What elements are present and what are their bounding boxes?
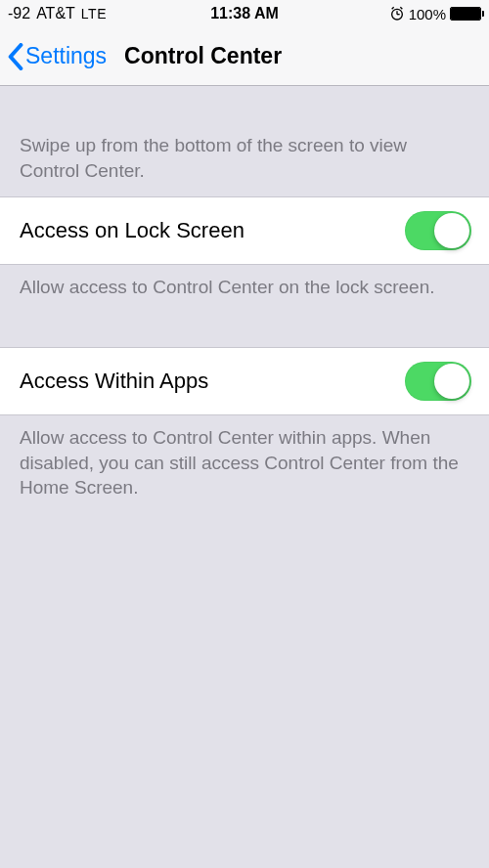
- row-access-within-apps: Access Within Apps: [0, 347, 489, 415]
- status-bar: -92 AT&T LTE 11:38 AM 100%: [0, 0, 489, 27]
- svg-line-3: [391, 7, 393, 9]
- clock-time: 11:38 AM: [210, 5, 279, 22]
- back-label: Settings: [25, 43, 107, 69]
- section-footer: Allow access to Control Center within ap…: [0, 415, 489, 500]
- status-right: 100%: [389, 6, 481, 22]
- battery-icon: [450, 7, 481, 21]
- carrier-label: AT&T: [36, 5, 75, 22]
- row-label: Access on Lock Screen: [20, 218, 244, 243]
- row-label: Access Within Apps: [20, 369, 208, 394]
- battery-percent: 100%: [409, 6, 446, 22]
- section-header: Swipe up from the bottom of the screen t…: [0, 133, 489, 196]
- content: Swipe up from the bottom of the screen t…: [0, 86, 489, 500]
- alarm-icon: [389, 6, 405, 22]
- svg-line-4: [400, 7, 402, 9]
- switch-knob: [434, 213, 469, 248]
- back-button[interactable]: Settings: [6, 39, 109, 74]
- chevron-left-icon: [8, 43, 23, 70]
- toggle-access-lock-screen[interactable]: [405, 211, 471, 250]
- signal-strength: -92: [8, 5, 30, 22]
- toggle-access-within-apps[interactable]: [405, 362, 471, 401]
- nav-bar: Settings Control Center: [0, 27, 489, 86]
- network-label: LTE: [81, 6, 107, 22]
- page-title: Control Center: [124, 43, 282, 69]
- switch-knob: [434, 364, 469, 399]
- status-left: -92 AT&T LTE: [8, 5, 107, 22]
- section-footer: Allow access to Control Center on the lo…: [0, 265, 489, 300]
- row-access-lock-screen: Access on Lock Screen: [0, 196, 489, 265]
